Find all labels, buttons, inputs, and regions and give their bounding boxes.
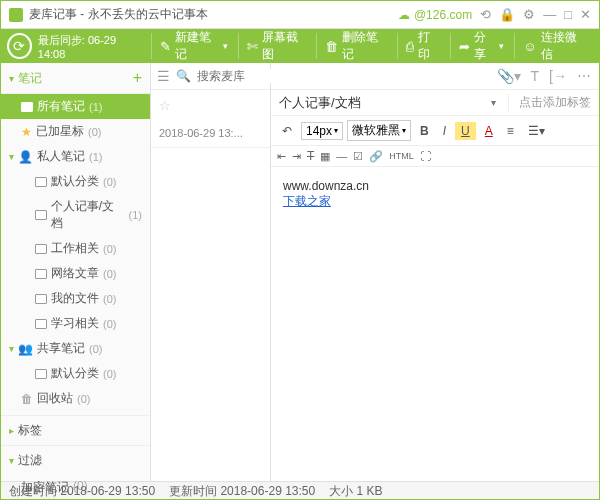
list-view-icon[interactable]: ☰ xyxy=(157,68,170,84)
underline-button[interactable]: U xyxy=(455,122,476,140)
screenshot-button[interactable]: ✄屏幕截图 xyxy=(238,33,315,59)
share-icon: ➦ xyxy=(459,39,470,54)
strike-button[interactable]: T xyxy=(307,149,314,163)
sidebar-shared[interactable]: ▾ 👥 共享笔记(0) xyxy=(1,336,150,361)
window-title: 麦库记事 - 永不丢失的云中记事本 xyxy=(29,6,398,23)
attachment-icon[interactable]: 📎▾ xyxy=(497,68,521,84)
person-icon: 👤 xyxy=(18,150,33,164)
title-dropdown[interactable]: ▾ xyxy=(485,97,502,108)
folder-icon xyxy=(21,102,33,112)
print-icon: ⎙ xyxy=(406,39,414,54)
refresh-icon[interactable]: ⟲ xyxy=(480,7,491,22)
maximize-icon[interactable]: □ xyxy=(564,7,572,22)
hr-button[interactable]: — xyxy=(336,150,347,162)
html-button[interactable]: HTML xyxy=(389,151,414,161)
body-text-line: www.downza.cn xyxy=(283,179,587,193)
folder-icon xyxy=(35,210,47,220)
more-icon[interactable]: ⋯ xyxy=(577,68,591,84)
bold-button[interactable]: B xyxy=(415,121,434,141)
note-date: 2018-06-29 13:... xyxy=(159,127,262,139)
trash-icon: 🗑 xyxy=(21,392,33,406)
sidebar-item[interactable]: 默认分类 (0) xyxy=(1,361,150,386)
export-icon[interactable]: [→ xyxy=(549,68,567,84)
new-note-button[interactable]: ✎新建笔记▾ xyxy=(151,33,236,59)
scissors-icon: ✄ xyxy=(247,39,258,54)
minimize-icon[interactable]: — xyxy=(543,7,556,22)
star-outline-icon[interactable]: ☆ xyxy=(159,98,262,113)
note-title-input[interactable] xyxy=(279,95,479,110)
font-color-button[interactable]: A xyxy=(480,121,498,141)
folder-icon xyxy=(35,319,47,329)
list-button[interactable]: ☰▾ xyxy=(523,121,550,141)
folder-icon xyxy=(35,294,47,304)
tags-section-header[interactable]: ▸标签 xyxy=(1,415,150,445)
checkbox-button[interactable]: ☑ xyxy=(353,150,363,163)
folder-icon xyxy=(35,369,47,379)
print-button[interactable]: ⎙打印 xyxy=(397,33,448,59)
add-tags-button[interactable]: 点击添加标签 xyxy=(508,94,591,111)
chevron-down-icon: ▾ xyxy=(9,455,14,466)
cloud-icon[interactable]: ☁ xyxy=(398,8,410,22)
italic-button[interactable]: I xyxy=(438,121,451,141)
status-size: 大小 1 KB xyxy=(329,483,382,500)
chevron-down-icon: ▾ xyxy=(9,151,14,162)
editor-body[interactable]: www.downza.cn 下载之家 xyxy=(271,167,599,481)
user-email[interactable]: @126.com xyxy=(414,8,472,22)
fullscreen-button[interactable]: ⛶ xyxy=(420,150,431,162)
chevron-down-icon: ▾ xyxy=(9,73,14,84)
align-button[interactable]: ≡ xyxy=(502,121,519,141)
font-family-select[interactable]: 微软雅黑▾ xyxy=(347,120,411,141)
link-button[interactable]: 🔗 xyxy=(369,150,383,163)
sidebar-trash[interactable]: 🗑 回收站(0) xyxy=(1,386,150,411)
outdent-button[interactable]: ⇤ xyxy=(277,150,286,163)
wechat-button[interactable]: ☺连接微信 xyxy=(514,33,593,59)
settings-icon[interactable]: ⚙ xyxy=(523,7,535,22)
pencil-icon: ✎ xyxy=(160,39,171,54)
status-updated: 更新时间 2018-06-29 13:50 xyxy=(169,483,315,500)
folder-icon xyxy=(35,244,47,254)
sidebar-item[interactable]: 默认分类 (0) xyxy=(1,169,150,194)
indent-button[interactable]: ⇥ xyxy=(292,150,301,163)
text-tool-icon[interactable]: T xyxy=(531,68,540,84)
filter-section-header[interactable]: ▾过滤 xyxy=(1,445,150,475)
add-note-icon[interactable]: + xyxy=(133,69,142,87)
sidebar-item[interactable]: 个人记事/文档 (1) xyxy=(1,194,150,236)
search-icon: 🔍 xyxy=(176,69,191,83)
sync-icon[interactable]: ⟳ xyxy=(7,33,32,59)
wechat-icon: ☺ xyxy=(523,39,536,54)
last-sync-label: 最后同步: 06-29 14:08 xyxy=(38,33,141,60)
note-list-item[interactable]: ☆ 2018-06-29 13:... xyxy=(151,90,270,148)
sidebar-item[interactable]: 网络文章 (0) xyxy=(1,261,150,286)
app-logo xyxy=(9,8,23,22)
insert-table-button[interactable]: ▦ xyxy=(320,150,330,163)
people-icon: 👥 xyxy=(18,342,33,356)
sidebar-item[interactable]: 学习相关 (0) xyxy=(1,311,150,336)
sidebar-private[interactable]: ▾ 👤 私人笔记(1) xyxy=(1,144,150,169)
lock-icon[interactable]: 🔒 xyxy=(499,7,515,22)
notes-section-header[interactable]: ▾笔记 + xyxy=(1,63,150,94)
status-created: 创建时间 2018-06-29 13:50 xyxy=(9,483,155,500)
sidebar-starred[interactable]: ★ 已加星标(0) xyxy=(1,119,150,144)
delete-note-button[interactable]: 🗑删除笔记 xyxy=(316,33,394,59)
share-button[interactable]: ➦分享▾ xyxy=(450,33,512,59)
undo-icon[interactable]: ↶ xyxy=(277,121,297,141)
chevron-down-icon: ▾ xyxy=(9,343,14,354)
sidebar-all-notes[interactable]: 所有笔记(1) xyxy=(1,94,150,119)
sidebar-item[interactable]: 我的文件 (0) xyxy=(1,286,150,311)
trash-icon: 🗑 xyxy=(325,39,338,54)
folder-icon xyxy=(35,177,47,187)
close-icon[interactable]: ✕ xyxy=(580,7,591,22)
star-icon: ★ xyxy=(21,125,32,139)
body-link[interactable]: 下载之家 xyxy=(283,194,331,208)
chevron-right-icon: ▸ xyxy=(9,425,14,436)
font-size-select[interactable]: 14px▾ xyxy=(301,122,343,140)
folder-icon xyxy=(35,269,47,279)
sidebar-item[interactable]: 工作相关 (0) xyxy=(1,236,150,261)
